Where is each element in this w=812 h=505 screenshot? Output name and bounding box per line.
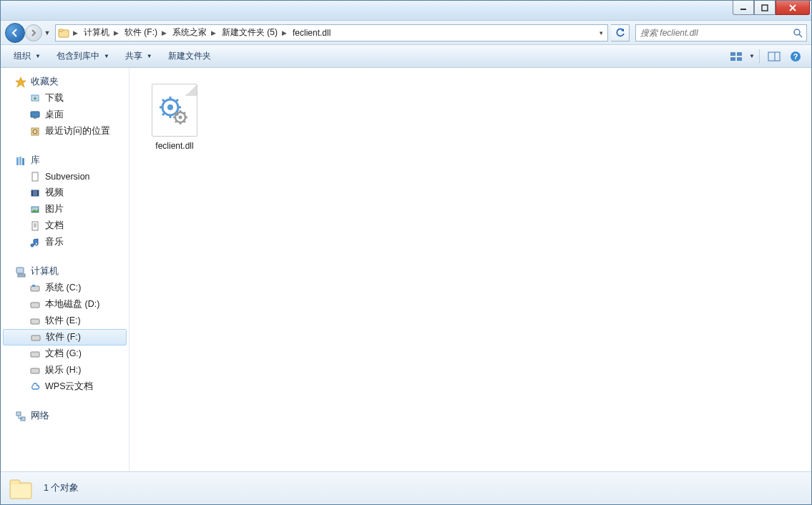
sidebar-header-libraries[interactable]: 库 (1, 152, 129, 169)
statusbar: 1 个对象 (1, 471, 811, 504)
sidebar-item-label: WPS云文档 (45, 381, 93, 393)
cloud-icon (29, 381, 41, 393)
drive-icon (30, 332, 41, 343)
svg-rect-3 (59, 29, 63, 31)
nav-buttons: ▼ (5, 23, 52, 43)
recent-icon (29, 126, 41, 137)
library-icon (15, 155, 26, 167)
toolbar: 组织▼ 包含到库中▼ 共享▼ 新建文件夹 ▼ ? (1, 45, 811, 68)
folder-icon (56, 25, 72, 41)
svg-rect-8 (730, 57, 735, 61)
back-button[interactable] (5, 23, 25, 43)
sidebar-item-desktop[interactable]: 桌面 (1, 107, 129, 123)
breadcrumb-item[interactable]: 新建文件夹 (5) (217, 25, 280, 41)
sidebar-item-drive-g[interactable]: 文档 (G:) (1, 345, 129, 362)
preview-pane-button[interactable] (764, 48, 784, 65)
breadcrumb-item[interactable]: 计算机 (79, 25, 112, 41)
svg-rect-29 (32, 222, 38, 230)
sidebar-item-drive-h[interactable]: 娱乐 (H:) (1, 362, 129, 378)
svg-rect-51 (10, 480, 20, 485)
sidebar-item-recent[interactable]: 最近访问的位置 (1, 123, 129, 139)
sidebar-computer-group: 计算机 系统 (C:) 本地磁盘 (D:) 软件 (E:) 软件 (F:) (1, 263, 129, 395)
search-icon[interactable] (789, 28, 806, 38)
chevron-right-icon[interactable]: ▶ (112, 29, 120, 36)
picture-icon (29, 204, 41, 215)
drive-icon (29, 283, 41, 294)
svg-point-4 (794, 29, 800, 35)
breadcrumb-item[interactable]: 系统之家 (168, 25, 210, 41)
maximize-button[interactable] (754, 1, 776, 15)
sidebar-item-documents[interactable]: 文档 (1, 217, 129, 234)
svg-rect-6 (730, 52, 735, 56)
address-dropdown[interactable]: ▾ (595, 25, 607, 41)
drive-icon (29, 348, 41, 360)
minimize-button[interactable] (733, 1, 754, 15)
sidebar-item-label: 桌面 (45, 109, 64, 121)
include-library-button[interactable]: 包含到库中▼ (49, 47, 117, 65)
sidebar-item-label: 本地磁盘 (D:) (45, 298, 99, 310)
share-button[interactable]: 共享▼ (118, 47, 160, 65)
desktop-icon (29, 109, 41, 121)
view-mode-button[interactable] (726, 48, 746, 65)
download-icon (29, 93, 41, 104)
content-area[interactable]: feclient.dll (129, 68, 811, 471)
svg-rect-20 (16, 157, 19, 165)
svg-marker-14 (16, 77, 26, 87)
svg-rect-22 (22, 158, 24, 165)
sidebar-item-music[interactable]: 音乐 (1, 234, 129, 250)
search-box[interactable] (635, 24, 807, 41)
svg-rect-16 (31, 112, 39, 117)
nav-history-dropdown[interactable]: ▼ (42, 29, 52, 36)
breadcrumb-item[interactable]: 软件 (F:) (120, 25, 160, 41)
svg-rect-42 (16, 412, 21, 416)
close-button[interactable] (776, 1, 810, 15)
chevron-right-icon[interactable]: ▶ (210, 29, 217, 36)
sidebar-item-videos[interactable]: 视频 (1, 185, 129, 201)
sidebar-label: 网络 (31, 410, 49, 422)
sidebar-item-drive-c[interactable]: 系统 (C:) (1, 280, 129, 296)
svg-rect-25 (31, 190, 33, 196)
music-icon (29, 237, 41, 248)
svg-line-5 (799, 34, 802, 37)
sidebar-label: 计算机 (31, 265, 59, 278)
sidebar-favorites-group: 收藏夹 下载 桌面 最近访问的位置 (1, 74, 129, 139)
chevron-right-icon[interactable]: ▶ (72, 29, 79, 36)
address-bar[interactable]: ▶ 计算机 ▶ 软件 (F:) ▶ 系统之家 ▶ 新建文件夹 (5) ▶ fec… (55, 24, 608, 41)
chevron-right-icon[interactable]: ▶ (280, 29, 288, 36)
svg-rect-26 (37, 190, 39, 196)
video-icon (29, 187, 41, 199)
sidebar-header-network[interactable]: 网络 (1, 408, 129, 424)
new-folder-button[interactable]: 新建文件夹 (161, 47, 218, 65)
sidebar-item-subversion[interactable]: Subversion (1, 169, 129, 185)
sidebar-item-drive-d[interactable]: 本地磁盘 (D:) (1, 296, 129, 313)
svg-point-47 (167, 104, 173, 110)
refresh-button[interactable] (611, 24, 630, 41)
sidebar-item-wps-cloud[interactable]: WPS云文档 (1, 378, 129, 395)
breadcrumb-item[interactable]: feclient.dll (288, 25, 333, 41)
sidebar-header-favorites[interactable]: 收藏夹 (1, 74, 129, 90)
drive-icon (29, 365, 41, 376)
dll-file-icon (152, 84, 197, 137)
svg-rect-38 (31, 319, 39, 324)
sidebar-item-drive-f[interactable]: 软件 (F:) (3, 329, 127, 345)
svg-rect-40 (31, 352, 39, 357)
drive-icon (29, 315, 41, 327)
star-icon (15, 77, 26, 88)
svg-rect-41 (31, 368, 39, 373)
svg-rect-1 (762, 5, 768, 11)
sidebar-item-label: Subversion (45, 172, 90, 182)
chevron-right-icon[interactable]: ▶ (160, 29, 168, 36)
search-input[interactable] (636, 28, 789, 38)
file-item[interactable]: feclient.dll (142, 81, 207, 154)
sidebar-item-drive-e[interactable]: 软件 (E:) (1, 313, 129, 329)
sidebar-header-computer[interactable]: 计算机 (1, 263, 129, 280)
svg-rect-21 (19, 157, 21, 165)
sidebar-item-label: 图片 (45, 203, 64, 215)
view-dropdown[interactable]: ▼ (749, 53, 755, 59)
forward-button[interactable] (25, 24, 42, 41)
sidebar-item-downloads[interactable]: 下载 (1, 90, 129, 107)
help-button[interactable]: ? (786, 48, 806, 65)
sidebar-item-pictures[interactable]: 图片 (1, 201, 129, 217)
organize-button[interactable]: 组织▼ (6, 47, 48, 65)
svg-rect-35 (31, 286, 39, 291)
